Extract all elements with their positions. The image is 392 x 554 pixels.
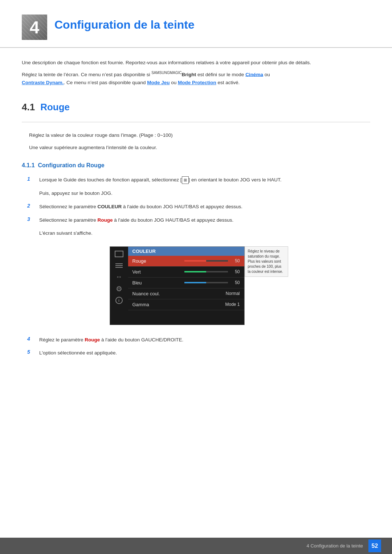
note-end: est activé.: [216, 80, 240, 85]
section-41-desc2: Une valeur supérieure augmentera l’inten…: [29, 144, 370, 152]
menu-line-2: [115, 265, 123, 266]
note-suffix: . Ce menu n’est pas disponible quand: [64, 80, 147, 85]
section-41-body: Réglez la valeur de la couleur rouge dan…: [22, 131, 370, 151]
couleur-bold: COULEUR: [98, 204, 122, 209]
chapter-title: Configuration de la teinte: [54, 15, 195, 32]
step-1-text: Lorsque le Guide des touches de fonction…: [39, 176, 370, 184]
menu-item-vert-value: 50: [231, 269, 240, 274]
menu-item-gamma-name: Gamma: [132, 302, 149, 307]
menu-item-gamma-value: Mode 1: [225, 302, 240, 307]
monitor-tooltip: Réglez le niveau de saturation du rouge.…: [245, 246, 288, 277]
note-magic: MAGIC: [170, 71, 182, 75]
menu-item-bleu: Bleu 50: [128, 278, 244, 288]
step-5-number: 5: [27, 349, 36, 355]
rouge-bar-fill: [184, 260, 206, 262]
rouge-bold-step3: Rouge: [98, 217, 113, 223]
subsection-411-title: 4.1.1 Configuration du Rouge: [22, 162, 105, 168]
step-5-text: L'option sélectionnée est appliquée.: [39, 349, 370, 357]
note-contraste: Contraste Dynam.: [22, 80, 64, 85]
menu-item-rouge: Rouge 50: [128, 256, 244, 267]
footer-text: 4 Configuration de la teinte: [307, 543, 363, 549]
content-area: Une description de chaque fonction est f…: [0, 59, 392, 384]
note-samsung: SAMSUNG: [151, 71, 170, 75]
info-icon: i: [115, 297, 123, 304]
cursor-icon: ↔: [116, 273, 122, 281]
section-41-desc1: Réglez la valeur de la couleur rouge dan…: [29, 131, 370, 139]
monitor-ui: ↔ ⚙ i COULEUR: [110, 246, 245, 325]
menu-item-nuance-value: Normal: [226, 291, 240, 296]
page-container: 4 Configuration de la teinte Une descrip…: [0, 0, 392, 554]
note-cinema: Cinéma: [245, 71, 263, 77]
monitor-icon-cursor: ↔: [114, 274, 124, 281]
menu-item-rouge-name: Rouge: [132, 258, 146, 264]
vert-bar-fill: [184, 271, 206, 272]
step-3-sub: L'écran suivant s'affiche.: [39, 229, 370, 237]
step-4-text: Réglez le paramètre Rouge à l'aide du bo…: [39, 336, 370, 344]
monitor-icon-screen: [114, 250, 124, 258]
menu-item-nuance: Nuance coul. Normal: [128, 288, 244, 299]
section-41-title: Rouge: [40, 102, 70, 113]
monitor-with-tooltip: ↔ ⚙ i COULEUR: [110, 246, 288, 325]
chapter-description: Une description de chaque fonction est f…: [22, 59, 370, 67]
menu-item-rouge-bar-container: 50: [184, 258, 240, 263]
note-mode-protection: Mode Protection: [178, 80, 216, 85]
menu-item-gamma: Gamma Mode 1: [128, 299, 244, 310]
menu-padding: [128, 310, 244, 325]
step-3-number: 3: [27, 216, 36, 222]
step-3: 3 Sélectionnez le paramètre Rouge à l'ai…: [27, 216, 370, 224]
step-4-number: 4: [27, 336, 36, 342]
note-ou2: ou: [170, 80, 178, 85]
rouge-bold-step4: Rouge: [85, 337, 100, 342]
step-4: 4 Réglez le paramètre Rouge à l'aide du …: [27, 336, 370, 344]
menu-line-3: [115, 267, 123, 268]
section-41-header: 4.1 Rouge: [22, 98, 370, 113]
menu-line-1: [115, 263, 123, 264]
monitor-icon-gear: ⚙: [114, 285, 124, 292]
menu-item-nuance-name: Nuance coul.: [132, 291, 160, 296]
step-5: 5 L'option sélectionnée est appliquée.: [27, 349, 370, 357]
monitor-menu: COULEUR Rouge 50: [128, 247, 244, 325]
footer-page-number: 52: [368, 539, 381, 552]
step-1: 1 Lorsque le Guide des touches de foncti…: [27, 176, 370, 184]
monitor-sidebar: ↔ ⚙ i: [110, 247, 128, 325]
step-1-sub: Puis, appuyez sur le bouton JOG.: [39, 189, 370, 197]
note-prefix: Réglez la teinte de l’écran. Ce menu n’e…: [22, 71, 151, 77]
step-2: 2 Sélectionnez le paramètre COULEUR à l'…: [27, 203, 370, 211]
section-divider: [22, 122, 370, 122]
chapter-note: Réglez la teinte de l’écran. Ce menu n’e…: [22, 70, 370, 87]
note-bright: Bright: [182, 71, 196, 77]
note-middle: est défini sur le mode: [196, 71, 245, 77]
monitor-icon-info: i: [114, 297, 124, 304]
menu-item-bleu-value: 50: [231, 280, 240, 285]
menu-item-bleu-bar-container: 50: [184, 280, 240, 285]
note-or: ou: [263, 71, 270, 77]
note-mode-jeu: Mode Jeu: [147, 80, 170, 85]
chapter-header: 4 Configuration de la teinte: [0, 0, 392, 48]
screen-icon: [115, 251, 123, 257]
menu-item-rouge-bar: [184, 260, 228, 262]
menu-item-bleu-bar: [184, 282, 228, 283]
chapter-number-box: 4: [22, 15, 47, 40]
jog-icon: ⊞: [182, 176, 189, 184]
step-3-text: Sélectionnez le paramètre Rouge à l'aide…: [39, 216, 370, 224]
monitor-container: ↔ ⚙ i COULEUR: [27, 246, 370, 325]
monitor-icon-menu: [114, 262, 124, 269]
menu-item-vert-bar-container: 50: [184, 269, 240, 274]
step-2-text: Sélectionnez le paramètre COULEUR à l'ai…: [39, 203, 370, 211]
subsection-411-header: 4.1.1 Configuration du Rouge: [22, 162, 370, 169]
subsection-411-body: 1 Lorsque le Guide des touches de foncti…: [22, 176, 370, 357]
menu-item-bleu-name: Bleu: [132, 280, 142, 286]
gear-icon: ⚙: [116, 284, 122, 293]
menu-header: COULEUR: [128, 247, 244, 256]
menu-item-vert-name: Vert: [132, 269, 141, 275]
chapter-number: 4: [30, 17, 40, 37]
page-footer: 4 Configuration de la teinte 52: [0, 538, 392, 554]
menu-item-vert-bar: [184, 271, 228, 272]
step-2-number: 2: [27, 203, 36, 209]
menu-icon: [115, 263, 123, 268]
bleu-bar-fill: [184, 282, 206, 283]
menu-item-vert: Vert 50: [128, 267, 244, 278]
step-1-number: 1: [27, 176, 36, 182]
section-41-number: 4.1: [22, 102, 35, 113]
menu-item-rouge-value: 50: [231, 258, 240, 263]
